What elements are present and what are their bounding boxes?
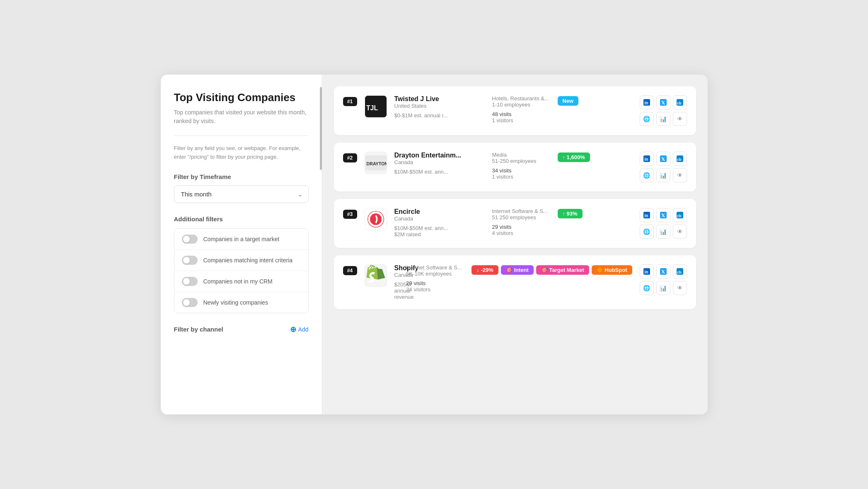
chart-button[interactable]: 📊 (656, 112, 670, 126)
filter-channel-row: Filter by channel ⊕ Add (174, 325, 309, 334)
svg-text:DRAYTON: DRAYTON (366, 161, 386, 166)
filter-toggle-label-2: Companies not in my CRM (203, 278, 273, 285)
company-visitors: 4 visitors (492, 230, 550, 236)
filter-toggle-item-1[interactable]: Companies matching intent criteria (174, 250, 308, 271)
badge-area: New (558, 95, 632, 106)
rank-badge: #3 (343, 210, 357, 219)
company-revenue: $10M-$50M est. ann... (394, 225, 485, 231)
svg-text:𝕏: 𝕏 (661, 269, 665, 274)
filter-toggle-item-2[interactable]: Companies not in my CRM (174, 271, 308, 292)
filter-toggle-list: Companies in a target market Companies m… (174, 228, 309, 313)
rank-badge: #1 (343, 97, 357, 106)
twitter-button[interactable]: 𝕏 (656, 264, 670, 278)
svg-text:in: in (644, 101, 648, 105)
filter-toggle-item-0[interactable]: Companies in a target market (174, 229, 308, 250)
company-card: #4 Shopify Canada $205M annual revenue I… (334, 255, 696, 309)
toggle-switch-1[interactable] (182, 256, 198, 265)
globe-button[interactable]: 🌐 (640, 112, 654, 126)
eye-button[interactable]: 👁 (673, 168, 687, 182)
action-icons: in 𝕏 cb 🌐 📊 👁 (640, 95, 687, 126)
chart-button[interactable]: 📊 (656, 168, 670, 182)
company-card: #1 TJL Twisted J Live United States $0-$… (334, 86, 696, 135)
toggle-switch-2[interactable] (182, 277, 198, 286)
badge-down-29: ↓ -29% (471, 265, 498, 275)
svg-text:cb: cb (677, 157, 682, 162)
twitter-button[interactable]: 𝕏 (656, 208, 670, 222)
company-info: Encircle Canada $10M-$50M est. ann...$2M… (394, 208, 485, 237)
company-visits: 29 visits (406, 280, 464, 286)
twitter-button[interactable]: 𝕏 (656, 95, 670, 109)
rank-badge: #4 (343, 266, 357, 275)
crunchbase-button[interactable]: cb (673, 95, 687, 109)
add-channel-button[interactable]: ⊕ Add (290, 325, 309, 334)
company-raised: $2M raised (394, 231, 485, 237)
company-revenue: $0-$1M est. annual r... (394, 112, 485, 119)
svg-text:𝕏: 𝕏 (661, 100, 665, 105)
filter-toggle-item-3[interactable]: Newly visiting companies (174, 292, 308, 313)
action-icons: in 𝕏 cb 🌐 📊 👁 (640, 264, 687, 295)
company-info: Shopify Canada $205M annual revenue (394, 264, 399, 300)
sidebar-title: Top Visiting Companies (174, 91, 309, 104)
action-row-top: in 𝕏 cb (640, 264, 687, 278)
company-visitors: 24 visitors (406, 286, 464, 293)
sidebar: Top Visiting Companies Top companies tha… (161, 75, 322, 414)
eye-button[interactable]: 👁 (673, 112, 687, 126)
eye-button[interactable]: 👁 (673, 281, 687, 295)
chart-icon: 📊 (660, 228, 667, 235)
globe-icon: 🌐 (643, 172, 650, 179)
filter-timeframe-dropdown[interactable]: This month ⌄ (174, 185, 309, 203)
toggle-switch-3[interactable] (182, 298, 198, 307)
linkedin-button[interactable]: in (640, 264, 654, 278)
badge-area: ↑ 93% (558, 208, 632, 218)
add-button-label: Add (298, 326, 309, 333)
company-revenue: $10M-$50M est. ann... (394, 169, 485, 175)
filter-toggle-label-3: Newly visiting companies (203, 299, 268, 306)
svg-text:TJL: TJL (366, 104, 378, 111)
filter-toggle-label-0: Companies in a target market (203, 236, 280, 242)
action-icons: in 𝕏 cb 🌐 📊 👁 (640, 152, 687, 182)
linkedin-button[interactable]: in (640, 95, 654, 109)
action-icons: in 𝕏 cb 🌐 📊 👁 (640, 208, 687, 239)
chart-icon: 📊 (660, 285, 667, 291)
company-location: Canada (394, 272, 399, 278)
additional-filters-label: Additional filters (174, 215, 309, 223)
linkedin-button[interactable]: in (640, 208, 654, 222)
globe-button[interactable]: 🌐 (640, 225, 654, 239)
eye-button[interactable]: 👁 (673, 225, 687, 239)
globe-icon: 🌐 (643, 228, 650, 235)
company-logo (365, 264, 387, 287)
company-visits: 29 visits (492, 224, 550, 230)
sidebar-filter-info: Filter by any field you see, or webpage.… (174, 144, 309, 162)
timeframe-select[interactable]: This month (174, 185, 309, 203)
crunchbase-button[interactable]: cb (673, 152, 687, 166)
company-employees: 1-10 employees (492, 102, 550, 108)
crunchbase-button[interactable]: cb (673, 264, 687, 278)
company-location: Canada (394, 159, 485, 165)
linkedin-button[interactable]: in (640, 152, 654, 166)
badge-intent: 🎯 Intent (501, 265, 534, 275)
company-industry: Media (492, 152, 550, 158)
globe-button[interactable]: 🌐 (640, 168, 654, 182)
action-row-bottom: 🌐 📊 👁 (640, 225, 687, 239)
company-logo: DRAYTON (365, 152, 387, 174)
company-visitors: 1 visitors (492, 174, 550, 180)
twitter-button[interactable]: 𝕏 (656, 152, 670, 166)
company-industry: Hotels, Restaurants &... (492, 95, 550, 102)
company-stats: Media 51-250 employees 34 visits 1 visit… (492, 152, 550, 180)
company-visitors: 1 visitors (492, 117, 550, 123)
chart-button[interactable]: 📊 (656, 281, 670, 295)
badge-new: New (558, 96, 579, 106)
company-location: United States (394, 103, 485, 109)
sidebar-description: Top companies that visited your website … (174, 108, 309, 126)
plus-icon: ⊕ (290, 325, 296, 334)
svg-text:cb: cb (677, 270, 682, 274)
company-card: #2 DRAYTON Drayton Entertainm... Canada … (334, 143, 696, 191)
action-row-bottom: 🌐 📊 👁 (640, 112, 687, 126)
crunchbase-button[interactable]: cb (673, 208, 687, 222)
filter-timeframe-label: Filter by Timeframe (174, 173, 309, 180)
company-name: Twisted J Live (394, 95, 485, 103)
company-employees: 5K-10K employees (406, 271, 464, 277)
chart-button[interactable]: 📊 (656, 225, 670, 239)
toggle-switch-0[interactable] (182, 235, 198, 244)
globe-button[interactable]: 🌐 (640, 281, 654, 295)
